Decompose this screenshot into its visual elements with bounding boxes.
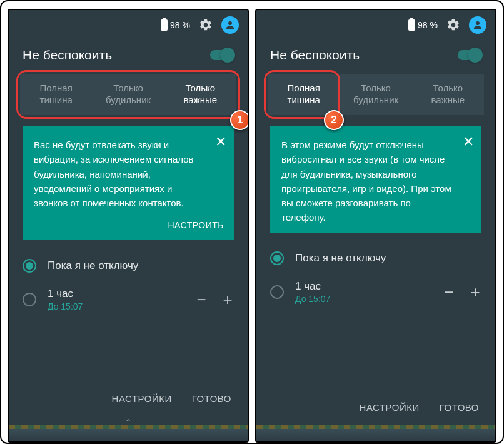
footer-actions: НАСТРОЙКИ ГОТОВО — [9, 381, 248, 420]
done-button[interactable]: ГОТОВО — [192, 393, 231, 404]
battery-percent: 98 % — [418, 20, 438, 30]
battery-icon — [408, 19, 415, 31]
dnd-mode-tabs: Полная тишина Только будильник Только ва… — [268, 74, 484, 115]
battery-percent: 98 % — [170, 20, 190, 30]
battery-indicator: 98 % — [161, 19, 190, 31]
screenshot-left: 98 % Не беспокоить Полная тишина Только … — [8, 9, 249, 443]
more-settings-button[interactable]: НАСТРОЙКИ — [360, 402, 420, 413]
plus-button[interactable]: + — [469, 284, 481, 300]
option-label: 1 час — [295, 280, 431, 293]
dnd-toggle[interactable] — [458, 50, 481, 60]
duration-options: Пока я не отключу 1 час До 15:07 − + — [256, 233, 495, 311]
wallpaper-strip — [9, 429, 248, 441]
option-one-hour[interactable]: 1 час До 15:07 − + — [270, 273, 481, 311]
status-bar: 98 % — [9, 10, 248, 40]
info-card-text: В этом режиме будут отключены вибросигна… — [281, 138, 471, 225]
user-avatar[interactable] — [469, 16, 486, 34]
close-icon[interactable]: ✕ — [215, 135, 226, 149]
user-avatar[interactable] — [221, 16, 239, 34]
radio-selected-icon[interactable] — [23, 259, 36, 273]
info-card-text: Вас не будут отвлекать звуки и вибрация,… — [34, 138, 224, 210]
tab-priority-only[interactable]: Только важные — [412, 74, 484, 115]
dnd-mode-tabs: Полная тишина Только будильник Только ва… — [20, 74, 236, 115]
battery-icon — [161, 19, 168, 31]
more-settings-button[interactable]: НАСТРОЙКИ — [112, 393, 172, 404]
info-card: ✕ В этом режиме будут отключены вибросиг… — [270, 126, 481, 233]
dnd-toggle[interactable] — [210, 50, 234, 60]
dnd-title: Не беспокоить — [270, 48, 360, 63]
done-button[interactable]: ГОТОВО — [440, 402, 479, 413]
gear-icon[interactable] — [446, 18, 460, 32]
option-sublabel: До 15:07 — [295, 294, 431, 304]
info-card: ✕ Вас не будут отвлекать звуки и вибраци… — [23, 126, 234, 240]
step-badge-1: 1 — [230, 110, 249, 130]
battery-indicator: 98 % — [408, 19, 438, 31]
screenshot-right: 98 % Не беспокоить Полная тишина Только … — [255, 9, 496, 443]
tab-full-silence[interactable]: Полная тишина — [268, 74, 340, 115]
gear-icon[interactable] — [199, 18, 213, 32]
status-bar: 98 % — [256, 10, 495, 40]
option-label: Пока я не отключу — [295, 252, 481, 265]
option-label: Пока я не отключу — [48, 260, 234, 272]
footer-actions: НАСТРОЙКИ ГОТОВО — [256, 390, 495, 429]
duration-options: Пока я не отключу 1 час До 15:07 − + — [9, 240, 248, 319]
dnd-title: Не беспокоить — [23, 48, 112, 63]
tab-priority-only[interactable]: Только важные — [164, 74, 236, 115]
tab-alarms-only[interactable]: Только будильник — [340, 74, 411, 115]
option-sublabel: До 15:07 — [48, 301, 184, 311]
step-badge-2: 2 — [324, 110, 344, 130]
wallpaper-strip — [256, 429, 495, 441]
close-icon[interactable]: ✕ — [463, 135, 474, 149]
option-label: 1 час — [48, 288, 184, 300]
panel-header: Не беспокоить — [256, 40, 495, 74]
tab-alarms-only[interactable]: Только будильник — [92, 74, 164, 115]
minus-button[interactable]: − — [443, 284, 455, 300]
panel-header: Не беспокоить — [9, 40, 248, 74]
option-one-hour[interactable]: 1 час До 15:07 − + — [23, 280, 234, 319]
customize-button[interactable]: НАСТРОИТЬ — [34, 219, 224, 233]
minus-button[interactable]: − — [195, 291, 208, 308]
radio-icon[interactable] — [23, 293, 36, 306]
plus-button[interactable]: + — [221, 291, 234, 308]
option-until-off[interactable]: Пока я не отключу — [270, 244, 481, 273]
radio-selected-icon[interactable] — [270, 251, 284, 265]
option-until-off[interactable]: Пока я не отключу — [23, 251, 234, 280]
tab-full-silence[interactable]: Полная тишина — [20, 74, 92, 115]
radio-icon[interactable] — [270, 285, 284, 299]
